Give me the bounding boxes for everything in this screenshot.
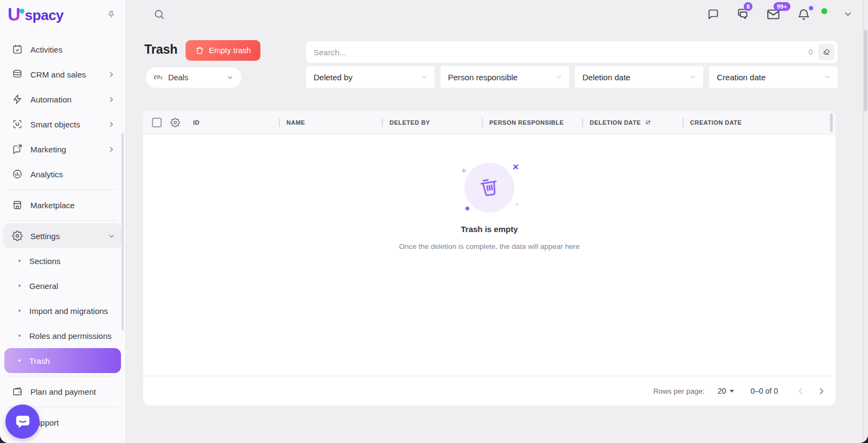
filter-creation-date[interactable]: Creation date — [709, 66, 838, 88]
main-area: 8 99+ Trash — [126, 0, 868, 443]
chevron-down-icon — [420, 73, 428, 81]
bell-icon[interactable] — [797, 8, 810, 21]
next-page-button[interactable] — [816, 386, 827, 396]
rows-per-page-label: Rows per page: — [653, 387, 705, 395]
crm-icon — [12, 69, 23, 80]
sidebar-item-automation[interactable]: Automation — [3, 87, 122, 112]
sidebar-item-analytics[interactable]: Analytics — [3, 162, 122, 187]
empty-trash-button[interactable]: Empty trash — [186, 40, 260, 61]
notification-dot — [809, 6, 813, 10]
column-header-creation-date[interactable]: CREATION DATE — [682, 111, 835, 134]
sidebar-item-label: Automation — [30, 95, 72, 104]
sidebar-subitem-label: General — [29, 281, 58, 291]
comment-icon[interactable] — [706, 8, 719, 21]
sidebar-subitem-sections[interactable]: Sections — [3, 248, 122, 273]
uspacy-logo[interactable]: Uspacy — [8, 7, 63, 24]
sidebar-subitem-label: Roles and permissions — [29, 331, 112, 341]
chat-messages-icon[interactable]: 8 — [736, 7, 750, 21]
sidebar-item-label: Settings — [30, 232, 60, 241]
calendar-icon — [12, 44, 23, 55]
mail-icon[interactable]: 99+ — [766, 7, 781, 22]
column-header-deleted-by[interactable]: DELETED BY — [382, 111, 482, 134]
sidebar-divider — [8, 376, 118, 376]
logo-u-glyph: U — [8, 7, 21, 23]
chat-smile-icon — [15, 414, 31, 430]
column-settings-gear-icon[interactable] — [170, 118, 180, 127]
clear-search-button[interactable] — [818, 44, 834, 60]
chevron-down-icon — [555, 73, 563, 81]
search-input[interactable] — [306, 41, 808, 63]
chevron-down-icon[interactable] — [843, 9, 853, 19]
sidebar-nav: Activities CRM and sales Automation Smar… — [0, 30, 125, 435]
app-window: Uspacy Activities CRM and sales Automati… — [0, 0, 868, 443]
chevron-down-icon — [689, 73, 697, 81]
column-header-name[interactable]: NAME — [279, 111, 382, 134]
sidebar-item-label: Marketplace — [30, 201, 75, 210]
trash-icon — [195, 46, 204, 55]
sidebar-item-label: Activities — [30, 45, 62, 54]
chevron-right-icon — [107, 145, 116, 153]
sidebar-divider — [8, 220, 118, 221]
search-icon[interactable] — [153, 8, 165, 21]
chat-badge: 8 — [744, 2, 752, 11]
column-header-person-responsible[interactable]: PERSON RESPONSIBLE — [482, 111, 582, 134]
bullet-dot — [18, 260, 21, 262]
sort-arrows-icon[interactable] — [644, 118, 652, 126]
table-footer: Rows per page: 20 0–0 of 0 — [143, 376, 835, 406]
entity-filter-label: Deals — [168, 73, 188, 82]
filter-deletion-date[interactable]: Deletion date — [575, 66, 704, 88]
sidebar-item-marketing[interactable]: Marketing — [3, 137, 122, 162]
marketing-icon — [12, 144, 23, 155]
previous-page-button[interactable] — [795, 386, 806, 396]
logo-text: spacy — [25, 7, 63, 24]
support-chat-bubble[interactable] — [5, 405, 40, 439]
page-scrollbar-thumb[interactable] — [864, 30, 867, 111]
filter-bar: Deleted by Person responsible Deletion d… — [306, 66, 838, 88]
dropdown-triangle-icon — [730, 390, 734, 393]
sidebar-subitem-label: Sections — [29, 256, 61, 266]
gray-dot-decoration — [515, 203, 519, 206]
filter-label: Creation date — [717, 73, 765, 82]
entity-filter-chip[interactable]: Deals — [146, 67, 241, 88]
sidebar-subitem-trash[interactable]: Trash — [4, 348, 121, 373]
empty-state-subtitle: Once the deletion is complete, the data … — [348, 242, 630, 251]
sidebar-scrollbar-thumb[interactable] — [122, 133, 124, 331]
rows-per-page-select[interactable]: 20 — [718, 387, 735, 395]
sidebar: Uspacy Activities CRM and sales Automati… — [0, 0, 126, 443]
table-columns: ID NAME DELETED BY PERSON RESPONSIBLE DE… — [186, 111, 835, 134]
empty-state-title: Trash is empty — [348, 224, 630, 234]
analytics-icon — [12, 169, 23, 179]
sidebar-subitem-roles-and-permissions[interactable]: Roles and permissions — [3, 323, 122, 348]
purple-dot-decoration — [465, 207, 469, 210]
topbar: 8 99+ — [126, 0, 868, 28]
filter-deleted-by[interactable]: Deleted by — [306, 66, 435, 88]
sidebar-item-smart-objects[interactable]: Smart objects — [3, 112, 122, 137]
content-area: Trash Empty trash Deals 0 — [126, 28, 868, 443]
logo-dot — [20, 9, 24, 14]
pagination-range: 0–0 of 0 — [750, 387, 778, 395]
sidebar-item-settings[interactable]: Settings — [3, 223, 122, 248]
x-decoration: × — [513, 162, 519, 172]
handshake-icon — [154, 73, 163, 82]
sidebar-subitem-import-and-migrations[interactable]: Import and migrations — [3, 298, 122, 323]
chevron-down-icon — [226, 74, 234, 81]
table-scrollbar-thumb[interactable] — [830, 113, 833, 132]
bullet-dot — [18, 335, 21, 337]
column-header-id[interactable]: ID — [186, 111, 279, 134]
chevron-right-icon — [107, 95, 116, 104]
pin-sidebar-icon[interactable] — [106, 10, 117, 21]
select-all-checkbox[interactable] — [152, 118, 162, 127]
sidebar-item-activities[interactable]: Activities — [3, 37, 122, 62]
sidebar-item-label: Smart objects — [30, 120, 80, 129]
sidebar-item-plan-and-payment[interactable]: Plan and payment — [3, 379, 122, 404]
sidebar-item-label: Plan and payment — [30, 387, 96, 396]
page-scrollbar[interactable] — [863, 0, 868, 443]
sidebar-item-marketplace[interactable]: Marketplace — [3, 192, 122, 217]
filter-person-responsible[interactable]: Person responsible — [441, 66, 569, 88]
sidebar-item-crm-and-sales[interactable]: CRM and sales — [3, 62, 122, 87]
sidebar-item-label: Analytics — [30, 170, 63, 179]
sidebar-subitem-label: Import and migrations — [29, 306, 108, 316]
sidebar-subitem-general[interactable]: General — [3, 273, 122, 298]
search-box: 0 — [306, 41, 838, 63]
column-header-deletion-date[interactable]: DELETION DATE — [582, 111, 682, 134]
